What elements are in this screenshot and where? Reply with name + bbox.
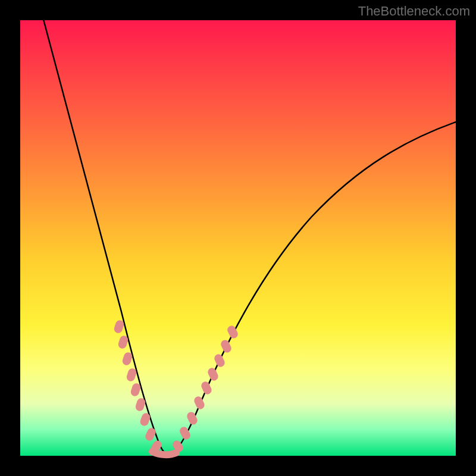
marker-pill [206,367,220,382]
marker-pill [200,380,213,396]
marker-pill [220,339,233,354]
marker-valley-floor [152,452,176,455]
chart-plot-area [20,20,456,456]
curve-right-branch [169,121,458,455]
marker-pill [193,395,206,411]
marker-pill [213,353,226,368]
marker-pill [144,427,157,442]
curve-left-branch [43,17,169,455]
watermark-text: TheBottleneck.com [358,4,470,19]
marker-group [113,319,239,453]
chart-frame: TheBottleneck.com [0,0,476,476]
chart-svg [20,20,456,456]
